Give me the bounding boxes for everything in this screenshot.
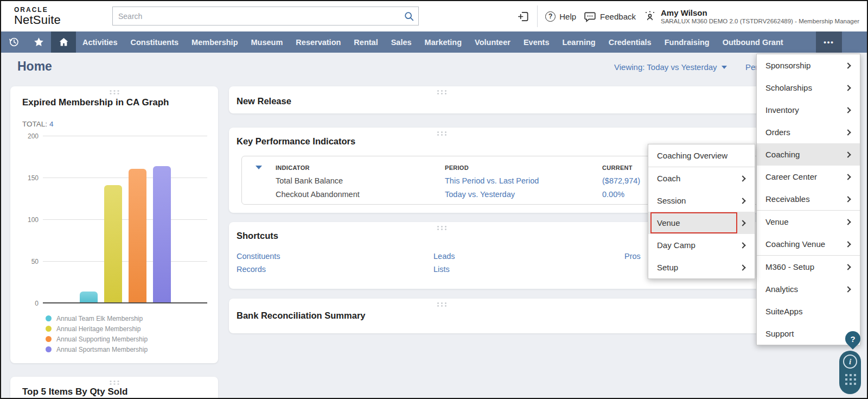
nav-item-events[interactable]: Events [517, 31, 556, 53]
assistant-widget[interactable]: i [839, 351, 861, 394]
chevron-right-icon [739, 198, 745, 204]
shortcut-link-pros[interactable]: Pros [624, 252, 641, 261]
y-tick-50: 50 [16, 258, 39, 265]
menu-item-career-center[interactable]: Career Center [757, 166, 860, 188]
menu-item-coaching-venue[interactable]: Coaching Venue [757, 233, 860, 255]
drag-handle-icon[interactable] [436, 131, 448, 136]
portlet-title[interactable]: Top 5 Items By Qty Sold [22, 387, 127, 397]
nav-item-credentials[interactable]: Credentials [602, 31, 658, 53]
menu-item-support[interactable]: Support [757, 322, 860, 345]
bar-annual-heritage-membership [104, 185, 122, 302]
submenu-item-setup[interactable]: Setup [648, 256, 755, 278]
drag-handle-icon[interactable] [108, 90, 120, 95]
kpi-collapse-icon[interactable] [256, 166, 262, 173]
user-menu[interactable]: Amy Wilson SARALUX M360 DEMO 2.0 (TSTDRV… [643, 8, 859, 24]
help-label: Help [559, 12, 576, 21]
menu-item-label: Career Center [765, 172, 846, 181]
portlet-title[interactable]: Shortcuts [237, 231, 278, 241]
oracle-wordmark: ORACLE [14, 6, 106, 14]
nav-item-museum[interactable]: Museum [245, 31, 290, 53]
submenu-item-venue[interactable]: Venue [648, 212, 755, 234]
netsuite-logo[interactable]: ORACLE NetSuite [14, 6, 106, 27]
menu-item-venue[interactable]: Venue [757, 211, 860, 233]
drag-handle-icon[interactable] [108, 380, 120, 385]
feedback-label: Feedback [600, 12, 636, 21]
shortcut-link-leads[interactable]: Leads [433, 252, 455, 261]
drag-handle-icon[interactable] [436, 225, 448, 231]
portlet-title[interactable]: Expired Membership in CA Graph [22, 97, 169, 108]
submenu-item-coaching-overview[interactable]: Coaching Overview [648, 144, 755, 167]
kpi-period-link[interactable]: This Period vs. Last Period [445, 176, 602, 185]
menu-item-scholarships[interactable]: Scholarships [757, 77, 860, 99]
kpi-period-link[interactable]: Today vs. Yesterday [445, 190, 602, 199]
search-icon[interactable] [400, 11, 418, 22]
create-new-icon[interactable] [517, 10, 529, 23]
feedback-button[interactable]: Feedback [584, 11, 636, 22]
nav-item-marketing[interactable]: Marketing [418, 31, 469, 53]
shortcut-link-records[interactable]: Records [237, 265, 280, 274]
menu-item-label: M360 - Setup [765, 262, 846, 271]
nav-more-menu: SponsorshipScholarshipsInventoryOrdersCo… [756, 54, 860, 345]
legend-swatch [46, 346, 52, 352]
portlet-top5-items: Top 5 Items By Qty Sold [10, 377, 218, 399]
menu-item-label: Receivables [765, 194, 846, 204]
drag-handle-icon[interactable] [436, 90, 448, 95]
drag-handle-icon[interactable] [436, 302, 448, 307]
search-input[interactable] [113, 12, 400, 21]
submenu-item-day-camp[interactable]: Day Camp [648, 234, 755, 256]
legend-label: Annual Supporting Membership [56, 335, 148, 343]
menu-item-suiteapps[interactable]: SuiteApps [757, 300, 860, 322]
menu-item-label: Setup [657, 263, 741, 272]
nav-item-sales[interactable]: Sales [385, 31, 418, 53]
menu-item-label: Coaching [765, 150, 846, 159]
recents-button[interactable] [1, 31, 26, 53]
menu-item-receivables[interactable]: Receivables [757, 188, 860, 210]
portlet-bank-reconciliation: Bank Reconciliation Summary [229, 299, 846, 333]
coaching-submenu: Coaching OverviewCoachSessionVenueDay Ca… [648, 144, 755, 279]
chevron-right-icon [845, 264, 851, 270]
menu-item-inventory[interactable]: Inventory [757, 99, 860, 121]
submenu-item-session[interactable]: Session [648, 189, 755, 212]
info-icon[interactable]: i [843, 354, 857, 369]
y-tick-100: 100 [16, 216, 39, 224]
recents-clock-icon [8, 36, 20, 48]
portlet-title[interactable]: Key Performance Indicators [237, 136, 355, 147]
menu-item-label: SuiteApps [765, 307, 851, 316]
home-button[interactable] [51, 31, 76, 53]
chevron-right-icon [845, 151, 851, 157]
portlet-title[interactable]: Bank Reconciliation Summary [237, 311, 366, 321]
chevron-right-icon [845, 129, 851, 135]
home-icon [58, 36, 69, 48]
chevron-right-icon [845, 62, 851, 68]
nav-more-button[interactable]: ••• [816, 31, 842, 53]
help-button[interactable]: ? Help [545, 11, 576, 22]
menu-item-analytics[interactable]: Analytics [757, 278, 860, 300]
viewing-selector[interactable]: Viewing: Today vs Yesterday [614, 62, 727, 72]
nav-item-volunteer[interactable]: Volunteer [468, 31, 517, 53]
nav-item-reservation[interactable]: Reservation [289, 31, 347, 53]
dialpad-icon[interactable] [844, 373, 856, 385]
shortcuts-star-button[interactable] [26, 31, 51, 53]
help-icon: ? [545, 11, 556, 22]
chart-total-value: 4 [49, 120, 54, 128]
nav-item-constituents[interactable]: Constituents [124, 31, 185, 53]
main-nav: ActivitiesConstituentsMembershipMuseumRe… [1, 31, 867, 53]
shortcut-link-constituents[interactable]: Constituents [237, 252, 280, 261]
nav-item-rental[interactable]: Rental [347, 31, 384, 53]
menu-item-m360-setup[interactable]: M360 - Setup [757, 256, 860, 278]
gridline-50 [43, 261, 207, 262]
nav-item-membership[interactable]: Membership [185, 31, 244, 53]
nav-item-activities[interactable]: Activities [76, 31, 124, 53]
feedback-icon [584, 11, 596, 22]
menu-item-sponsorship[interactable]: Sponsorship [757, 54, 860, 77]
nav-item-fundraising[interactable]: Fundraising [658, 31, 716, 53]
menu-item-coaching[interactable]: Coaching [757, 143, 860, 166]
shortcut-link-lists[interactable]: Lists [433, 265, 455, 274]
portlet-title[interactable]: New Release [237, 96, 291, 106]
nav-item-outbound-grant[interactable]: Outbound Grant [716, 31, 790, 53]
nav-item-learning[interactable]: Learning [556, 31, 602, 53]
menu-item-label: Inventory [765, 105, 846, 115]
chevron-right-icon [845, 196, 851, 202]
menu-item-orders[interactable]: Orders [757, 121, 860, 143]
submenu-item-coach[interactable]: Coach [648, 167, 755, 189]
